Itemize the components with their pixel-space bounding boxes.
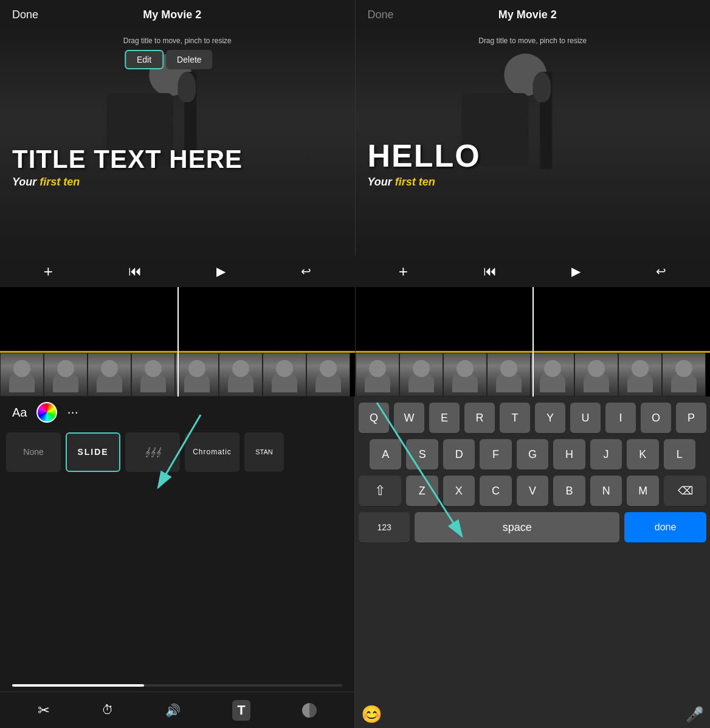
- right-add-button[interactable]: +: [393, 260, 414, 283]
- preset-none[interactable]: None: [6, 432, 61, 472]
- key-Q[interactable]: Q: [359, 403, 389, 433]
- key-C[interactable]: C: [480, 476, 512, 506]
- color-wheel-button[interactable]: [36, 402, 57, 423]
- right-title-main[interactable]: HELLO: [368, 139, 698, 173]
- space-key[interactable]: space: [415, 512, 619, 543]
- bottom-area: Aa ··· None SLIDE 𝄞𝄞𝄞: [0, 397, 710, 728]
- preset-wave[interactable]: 𝄞𝄞𝄞: [125, 432, 180, 472]
- key-Y[interactable]: Y: [535, 403, 565, 433]
- preset-stan[interactable]: STAN: [244, 432, 284, 472]
- right-video-preview: Drag title to move, pinch to resize HELL…: [356, 29, 711, 255]
- film-frame-r6: [574, 353, 618, 397]
- style-presets-row: None SLIDE 𝄞𝄞𝄞 Chromatic STAN: [0, 428, 354, 483]
- backspace-key[interactable]: ⌫: [664, 476, 706, 506]
- filter-icon: [302, 703, 317, 718]
- title-button[interactable]: T: [232, 700, 250, 721]
- right-done-button[interactable]: Done: [368, 9, 394, 21]
- key-P[interactable]: P: [676, 403, 706, 433]
- preset-slide-box: SLIDE: [66, 432, 120, 472]
- left-undo-button[interactable]: ↩: [295, 262, 317, 281]
- right-drag-hint: Drag title to move, pinch to resize: [478, 36, 587, 45]
- done-key[interactable]: done: [624, 512, 706, 543]
- progress-bar-fill: [12, 684, 144, 687]
- left-rewind-button[interactable]: ⏮: [122, 261, 148, 282]
- preset-none-box: None: [6, 432, 61, 472]
- delete-title-button[interactable]: Delete: [166, 50, 212, 69]
- right-video-panel: Done My Movie 2 Drag title to move, pinc…: [356, 0, 711, 255]
- right-play-button[interactable]: ▶: [565, 262, 587, 281]
- filter-button[interactable]: [302, 703, 317, 718]
- right-controls: + ⏮ ▶ ↩: [355, 255, 710, 287]
- key-G[interactable]: G: [517, 439, 548, 470]
- shift-key[interactable]: ⇧: [359, 476, 401, 506]
- volume-icon: 🔊: [165, 703, 181, 718]
- edit-title-button[interactable]: Edit: [125, 50, 164, 69]
- key-H[interactable]: H: [553, 439, 585, 470]
- preset-chromatic-box: Chromatic: [185, 432, 240, 472]
- left-title-sub: Your first ten: [12, 176, 343, 189]
- right-sub-plain: Your: [368, 176, 395, 188]
- key-V[interactable]: V: [517, 476, 549, 506]
- preset-slide[interactable]: SLIDE: [66, 432, 120, 472]
- left-video-preview: Drag title to move, pinch to resize Edit…: [0, 29, 355, 255]
- preset-stan-label: STAN: [255, 448, 273, 456]
- left-done-button[interactable]: Done: [12, 9, 38, 21]
- key-R[interactable]: R: [464, 403, 495, 433]
- key-B[interactable]: B: [553, 476, 585, 506]
- controls-bar: + ⏮ ▶ ↩ + ⏮ ▶ ↩: [0, 255, 710, 287]
- right-timeline: [356, 287, 711, 397]
- key-W[interactable]: W: [394, 403, 424, 433]
- keyboard-bottom-row: 😊 🎤: [355, 701, 710, 728]
- key-M[interactable]: M: [627, 476, 659, 506]
- preset-chromatic-label: Chromatic: [193, 448, 232, 456]
- left-drag-hint: Drag title to move, pinch to resize: [123, 36, 232, 45]
- key-L[interactable]: L: [664, 439, 695, 470]
- left-video-panel: Done My Movie 2 Drag title to move, pinc…: [0, 0, 356, 255]
- key-E[interactable]: E: [429, 403, 460, 433]
- microphone-button[interactable]: 🎤: [686, 706, 704, 723]
- right-panel-header: Done My Movie 2: [356, 0, 711, 29]
- film-frame-8: [306, 353, 350, 397]
- right-undo-button[interactable]: ↩: [650, 262, 672, 281]
- left-play-button[interactable]: ▶: [210, 262, 232, 281]
- key-Z[interactable]: Z: [406, 476, 438, 506]
- scissors-button[interactable]: ✂: [38, 702, 50, 719]
- key-I[interactable]: I: [605, 403, 636, 433]
- left-controls: + ⏮ ▶ ↩: [0, 255, 355, 287]
- volume-button[interactable]: 🔊: [165, 703, 181, 718]
- bottom-left-panel: Aa ··· None SLIDE 𝄞𝄞𝄞: [0, 397, 355, 728]
- emoji-button[interactable]: 😊: [361, 704, 382, 724]
- preset-wave-label: 𝄞𝄞𝄞: [145, 447, 161, 457]
- preset-slide-label: SLIDE: [77, 447, 108, 457]
- film-frame-5: [175, 353, 219, 397]
- key-N[interactable]: N: [590, 476, 622, 506]
- title-icon: T: [237, 702, 245, 718]
- right-title-overlay: HELLO Your first ten: [368, 139, 698, 189]
- left-title-main[interactable]: TITLE TEXT HERE: [12, 145, 343, 173]
- key-D[interactable]: D: [443, 439, 475, 470]
- key-J[interactable]: J: [590, 439, 622, 470]
- film-frame-1: [0, 353, 44, 397]
- key-O[interactable]: O: [641, 403, 671, 433]
- font-aa-label[interactable]: Aa: [12, 406, 27, 420]
- key-U[interactable]: U: [570, 403, 601, 433]
- key-S[interactable]: S: [406, 439, 438, 470]
- left-playhead: [178, 287, 179, 397]
- more-options-button[interactable]: ···: [67, 404, 78, 420]
- right-rewind-button[interactable]: ⏮: [477, 261, 503, 282]
- key-X[interactable]: X: [443, 476, 475, 506]
- speed-button[interactable]: ⏱: [102, 703, 114, 717]
- numbers-key[interactable]: 123: [359, 512, 410, 543]
- preset-chromatic[interactable]: Chromatic: [185, 432, 240, 472]
- scissors-icon: ✂: [38, 702, 50, 719]
- film-frame-r7: [618, 353, 662, 397]
- key-F[interactable]: F: [480, 439, 511, 470]
- key-K[interactable]: K: [627, 439, 658, 470]
- left-add-button[interactable]: +: [38, 260, 59, 283]
- key-T[interactable]: T: [500, 403, 530, 433]
- key-A[interactable]: A: [370, 439, 401, 470]
- film-frame-7: [263, 353, 306, 397]
- numbers-key-label: 123: [377, 522, 391, 532]
- film-frame-r3: [443, 353, 487, 397]
- film-frame-r8: [662, 353, 706, 397]
